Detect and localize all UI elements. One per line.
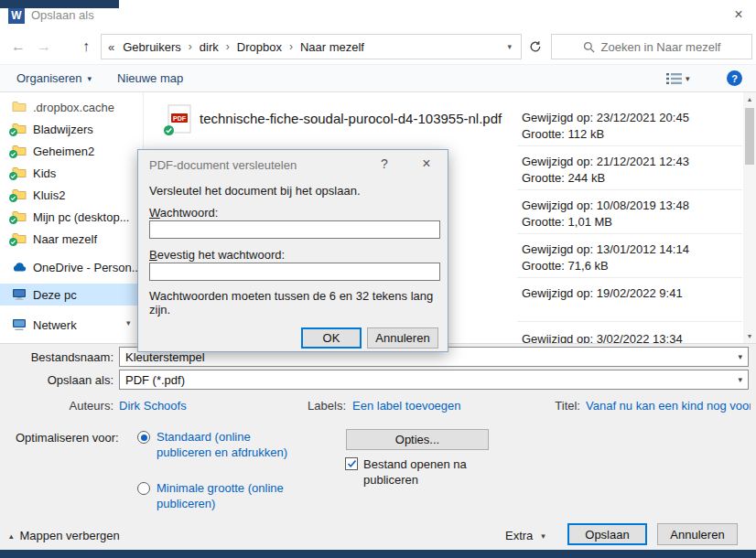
optimize-label: Optimaliseren voor: <box>16 431 119 445</box>
pdf-icon: PDF <box>167 104 191 137</box>
screen: W Opslaan als × ← → ↑ « Gebruikers › dir… <box>0 0 756 558</box>
options-button-label: Opties... <box>395 433 439 446</box>
sidebar-item-bladwijzers[interactable]: Bladwijzers <box>0 118 143 140</box>
dialog-help-button[interactable]: ? <box>373 154 396 174</box>
breadcrumb-separator-icon: › <box>284 40 298 53</box>
breadcrumb-item-dirk[interactable]: dirk <box>198 40 221 54</box>
breadcrumb-separator-icon: › <box>221 40 235 53</box>
search-input[interactable]: Zoeken in Naar mezelf <box>551 34 752 59</box>
view-options-button[interactable]: ▾ <box>666 65 690 91</box>
sidebar-item-netwerk[interactable]: Netwerk <box>0 314 143 336</box>
file-size: Grootte: 244 kB <box>522 171 605 185</box>
sidebar-item-mijn-pc[interactable]: Mijn pc (desktop... <box>0 206 143 228</box>
sidebar-item-naar-mezelf[interactable]: Naar mezelf <box>0 228 143 250</box>
scrollbar-thumb[interactable] <box>745 108 754 165</box>
refresh-icon <box>529 40 542 53</box>
title-value[interactable]: Vanaf nu kan een kind nog voor ... <box>586 399 751 413</box>
radio-standard[interactable] <box>137 431 150 444</box>
file-modified: Gewijzigd op: 23/12/2021 20:45 <box>522 111 689 124</box>
radio-standard-label[interactable]: Standaard (online publiceren en afdrukke… <box>157 429 296 460</box>
sidebar-item-label: Naar mezelf <box>33 232 97 246</box>
ok-button[interactable]: OK <box>301 327 362 349</box>
file-sync-check-icon <box>164 123 174 139</box>
dialog-cancel-button[interactable]: Annuleren <box>367 327 438 349</box>
forward-button[interactable]: → <box>31 34 57 59</box>
sidebar-item-kluis2[interactable]: Kluis2 <box>0 184 143 206</box>
close-button[interactable]: × <box>725 4 752 26</box>
sidebar-item-kids[interactable]: Kids <box>0 162 143 184</box>
save-as-dialog: W Opslaan als × ← → ↑ « Gebruikers › dir… <box>0 0 756 550</box>
radio-minimum-size-label[interactable]: Minimale grootte (online publiceren) <box>157 480 296 511</box>
file-modified: Gewijzigd op: 13/01/2012 14:14 <box>522 242 689 256</box>
scrollbar-down-icon[interactable]: ▾ <box>743 329 756 343</box>
organize-button[interactable]: Organiseren ▾ <box>16 65 92 91</box>
help-icon: ? <box>727 70 742 86</box>
network-icon <box>12 318 27 331</box>
backdrop-window-strip <box>0 0 119 8</box>
cancel-button[interactable]: Annuleren <box>657 523 738 545</box>
hide-folders-button[interactable]: ▴ Mappen verbergen <box>9 529 120 542</box>
breadcrumb-item-dropbox[interactable]: Dropbox <box>235 40 284 54</box>
svg-text:PDF: PDF <box>173 115 187 122</box>
dialog-cancel-label: Annuleren <box>375 331 429 345</box>
sidebar-item-onedrive[interactable]: OneDrive - Person... <box>0 256 143 278</box>
close-icon: × <box>422 156 430 172</box>
breadcrumb-item-naar-mezelf[interactable]: Naar mezelf <box>298 40 366 54</box>
sync-check-icon <box>9 125 17 139</box>
folder-icon <box>12 188 27 201</box>
search-icon <box>583 41 595 53</box>
help-button[interactable]: ? <box>727 65 742 91</box>
file-modified: Gewijzigd op: 21/12/2021 12:43 <box>522 155 689 168</box>
open-after-label[interactable]: Bestand openen na publiceren <box>363 456 491 488</box>
dialog-title: PDF-document versleutelen <box>149 158 297 172</box>
save-button-label: Opslaan <box>585 528 629 542</box>
breadcrumb: « Gebruikers › dirk › Dropbox › Naar mez… <box>101 34 522 59</box>
sidebar-item-label: Kids <box>33 166 56 180</box>
sidebar-item-dropbox-cache[interactable]: .dropbox.cache <box>0 96 143 118</box>
breadcrumb-overflow-icon[interactable]: « <box>102 40 121 54</box>
radio-minimum-size[interactable] <box>137 482 150 495</box>
open-after-checkbox[interactable] <box>345 457 358 470</box>
file-row[interactable]: PDF technische-fiche-soudal-purocol-d4-1… <box>167 104 378 141</box>
refresh-button[interactable] <box>524 34 547 59</box>
list-scrollbar[interactable]: ▴ ▾ <box>743 92 756 343</box>
dialog-close-button[interactable]: × <box>415 154 438 174</box>
sync-check-icon <box>9 191 17 205</box>
sidebar-item-geheimen2[interactable]: Geheimen2 <box>0 140 143 162</box>
tree-scroll-down-icon[interactable]: ▾ <box>126 318 131 327</box>
folder-icon <box>12 123 27 135</box>
tools-dropdown[interactable]: Extra ▾ <box>505 529 545 542</box>
new-folder-button[interactable]: Nieuwe map <box>117 65 183 91</box>
view-options-icon <box>666 72 682 85</box>
up-icon: ↑ <box>82 38 90 55</box>
breadcrumb-dropdown-icon[interactable]: ▾ <box>498 42 521 51</box>
authors-value[interactable]: Dirk Schoofs <box>119 399 187 413</box>
chevron-down-icon[interactable]: ▾ <box>738 352 742 361</box>
scrollbar-up-icon[interactable]: ▴ <box>743 92 756 106</box>
folder-icon <box>12 232 27 245</box>
sidebar-item-label: Deze pc <box>33 288 77 302</box>
save-button[interactable]: Opslaan <box>567 523 647 545</box>
file-size: Grootte: 71,6 kB <box>522 259 609 273</box>
file-size: Grootte: 1,01 MB <box>522 215 612 229</box>
confirm-password-label: Bevestig het wachtwoord: <box>149 248 285 262</box>
options-button[interactable]: Opties... <box>346 429 489 450</box>
breadcrumb-item-gebruikers[interactable]: Gebruikers <box>121 40 183 54</box>
password-field[interactable] <box>149 220 440 239</box>
sidebar-item-deze-pc[interactable]: Deze pc <box>0 284 143 306</box>
tags-value[interactable]: Een label toevoegen <box>352 399 461 413</box>
save-type-select[interactable]: PDF (*.pdf) ▾ <box>119 370 749 390</box>
close-icon: × <box>734 6 742 23</box>
back-button[interactable]: ← <box>5 34 31 59</box>
tags-label: Labels: <box>275 399 346 413</box>
file-name: technische-fiche-soudal-purocol-d4-10395… <box>200 111 502 126</box>
confirm-password-field[interactable] <box>149 263 440 281</box>
authors-label: Auteurs: <box>0 399 113 413</box>
tools-label: Extra <box>505 529 533 542</box>
computer-icon <box>12 288 27 301</box>
forward-icon: → <box>37 38 51 55</box>
sidebar-item-label: Geheimen2 <box>33 145 94 158</box>
password-hint: Wachtwoorden moeten tussen de 6 en 32 te… <box>149 289 448 317</box>
up-button[interactable]: ↑ <box>73 34 99 59</box>
chevron-down-icon[interactable]: ▾ <box>738 375 742 384</box>
